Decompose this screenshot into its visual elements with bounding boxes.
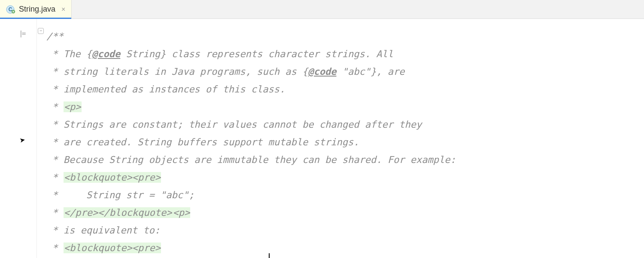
code-line: * <blockquote><pre> [46, 239, 644, 257]
javadoc-tag: @code [308, 66, 336, 77]
code-area[interactable]: /** * The {@code String} class represent… [46, 19, 644, 258]
code-line: * <blockquote><pre> [46, 169, 644, 186]
code-line: * Because String objects are immutable t… [46, 151, 644, 169]
code-line: * is equivalent to: [46, 221, 644, 239]
tab-bar: C String.java × [0, 0, 644, 19]
code-line: /** [46, 28, 644, 45]
editor-tab[interactable]: C String.java × [0, 0, 72, 18]
highlighted-html-tag: <blockquote><pre> [64, 243, 161, 253]
code-line: * string literals in Java programs, such… [46, 63, 644, 80]
fold-handle[interactable]: − [38, 28, 44, 34]
code-line: * implemented as instances of this class… [46, 80, 644, 98]
highlighted-html-tag: <p> [172, 207, 190, 218]
highlighted-html-tag: </pre></blockquote> [64, 207, 173, 218]
tab-filename: String.java [19, 5, 55, 14]
code-line: * Strings are constant; their values can… [46, 116, 644, 133]
code-line: * </pre></blockquote><p> [46, 204, 644, 221]
javadoc-tag: @code [92, 49, 120, 59]
text-caret [269, 253, 270, 258]
structure-icon[interactable]: |= [19, 29, 24, 37]
cursor-icon: ➤ [19, 135, 26, 146]
code-line: * The {@code String} class represents ch… [46, 45, 644, 63]
code-line: * are created. String buffers support mu… [46, 133, 644, 151]
code-line: * <p> [46, 98, 644, 116]
editor: |= ➤ − /** * The {@code String} class re… [0, 19, 644, 258]
gutter: |= ➤ [0, 19, 37, 258]
close-icon[interactable]: × [61, 6, 65, 13]
code-line: * String str = "abc"; [46, 186, 644, 204]
fold-column: − [37, 19, 46, 258]
highlighted-html-tag: <blockquote><pre> [64, 172, 161, 183]
highlighted-html-tag: <p> [64, 101, 82, 112]
class-icon: C [6, 5, 15, 14]
